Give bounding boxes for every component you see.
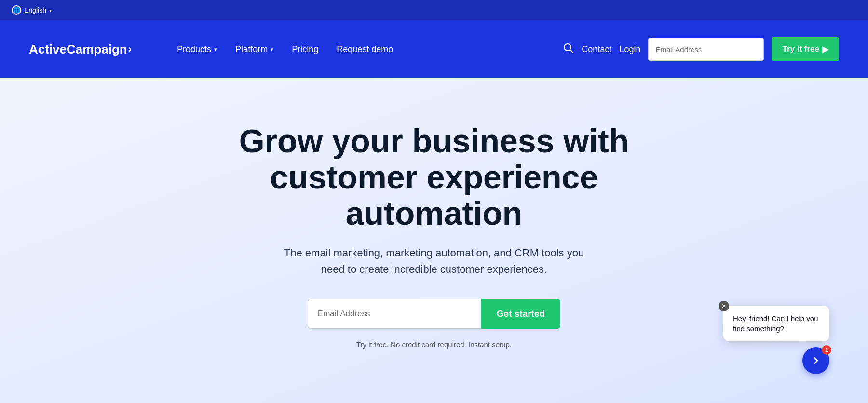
nav-request-demo[interactable]: Request demo bbox=[330, 40, 400, 58]
chat-widget: ✕ Hey, friend! Can I help you find somet… bbox=[723, 306, 829, 374]
get-started-button[interactable]: Get started bbox=[481, 299, 560, 329]
hero-note: Try it free. No credit card required. In… bbox=[356, 340, 512, 349]
nav-links: Products ▾ Platform ▾ Pricing Request de… bbox=[170, 40, 543, 58]
main-nav: ActiveCampaign› Products ▾ Platform ▾ Pr… bbox=[0, 20, 868, 78]
nav-login[interactable]: Login bbox=[619, 44, 640, 54]
logo[interactable]: ActiveCampaign› bbox=[29, 42, 132, 57]
nav-right: Contact Login Try it free ▶ bbox=[562, 37, 839, 61]
logo-text: ActiveCampaign bbox=[29, 42, 127, 57]
platform-chevron-icon: ▾ bbox=[271, 46, 273, 53]
chat-bubble-text: Hey, friend! Can I help you find somethi… bbox=[733, 314, 818, 333]
nav-email-input[interactable] bbox=[648, 38, 764, 61]
hero-subtitle: The email marketing, marketing automatio… bbox=[275, 245, 593, 278]
svg-point-0 bbox=[564, 44, 571, 51]
nav-pricing[interactable]: Pricing bbox=[285, 40, 325, 58]
top-bar: 🌐 English ▾ bbox=[0, 0, 868, 20]
chat-bubble: ✕ Hey, friend! Can I help you find somet… bbox=[723, 306, 829, 341]
search-icon[interactable] bbox=[562, 42, 574, 56]
language-label: English bbox=[24, 6, 46, 14]
logo-arrow-icon: › bbox=[128, 43, 132, 55]
try-free-button[interactable]: Try it free ▶ bbox=[772, 37, 839, 61]
nav-products[interactable]: Products ▾ bbox=[170, 40, 224, 58]
chat-notification-badge: 1 bbox=[822, 345, 831, 355]
language-chevron-icon: ▾ bbox=[49, 8, 52, 13]
globe-icon: 🌐 bbox=[12, 5, 21, 15]
hero-form: Get started bbox=[308, 299, 560, 329]
chat-close-button[interactable]: ✕ bbox=[719, 301, 729, 311]
nav-pricing-label: Pricing bbox=[292, 44, 318, 54]
try-free-arrow-icon: ▶ bbox=[822, 44, 828, 54]
products-chevron-icon: ▾ bbox=[214, 46, 217, 53]
nav-platform-label: Platform bbox=[235, 44, 268, 54]
hero-email-input[interactable] bbox=[308, 299, 481, 329]
svg-line-1 bbox=[570, 50, 573, 53]
chat-send-button[interactable]: 1 bbox=[802, 347, 829, 374]
hero-title: Grow your business with customer experie… bbox=[217, 123, 651, 231]
try-free-label: Try it free bbox=[782, 44, 819, 54]
language-selector[interactable]: 🌐 English ▾ bbox=[12, 5, 52, 15]
nav-request-demo-label: Request demo bbox=[337, 44, 393, 54]
nav-platform[interactable]: Platform ▾ bbox=[229, 40, 280, 58]
nav-products-label: Products bbox=[177, 44, 211, 54]
nav-contact[interactable]: Contact bbox=[582, 44, 611, 54]
